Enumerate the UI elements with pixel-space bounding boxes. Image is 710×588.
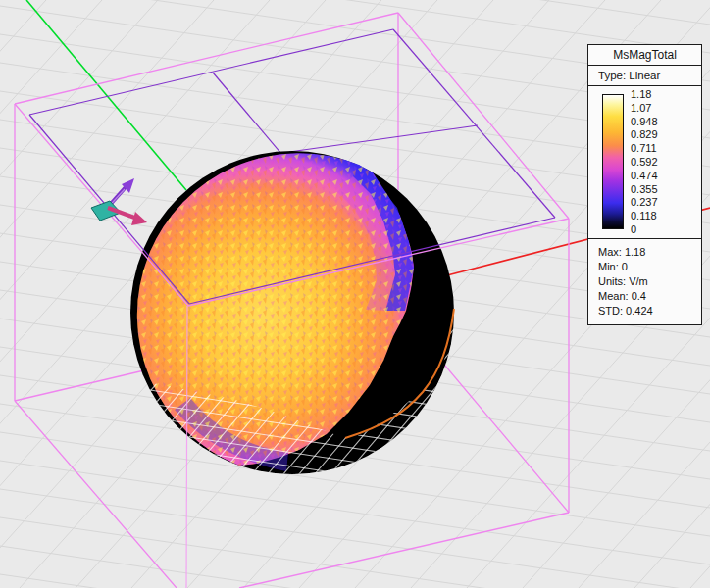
legend-scale-type: Type: Linear bbox=[588, 66, 701, 86]
boundary-midline bbox=[289, 125, 478, 152]
colorbar-label: 0.355 bbox=[631, 183, 658, 195]
colorbar-label: 1.18 bbox=[631, 88, 658, 100]
legend-title: MsMagTotal bbox=[588, 45, 701, 66]
boundary-edge bbox=[29, 29, 393, 115]
box-edge bbox=[15, 13, 398, 104]
colorbar-label: 0.118 bbox=[631, 210, 658, 221]
colorbar-labels: 1.18 1.07 0.948 0.829 0.711 0.592 0.474 … bbox=[631, 88, 658, 235]
colorbar-label: 0.592 bbox=[631, 156, 658, 168]
legend-statistics: Max: 1.18 Min: 0 Units: V/m Mean: 0.4 ST… bbox=[588, 239, 701, 324]
3d-field-viewport[interactable]: MsMagTotal Type: Linear 1.18 1.07 0.948 … bbox=[0, 0, 710, 588]
stat-min: Min: 0 bbox=[598, 260, 701, 274]
colorbar-label: 0.237 bbox=[631, 196, 658, 208]
stat-max: Max: 1.18 bbox=[598, 245, 701, 260]
colorbar-label: 0.829 bbox=[631, 128, 658, 140]
colorbar-label: 1.07 bbox=[631, 102, 658, 114]
box-edge bbox=[398, 13, 569, 219]
legend-color-scale: 1.18 1.07 0.948 0.829 0.711 0.592 0.474 … bbox=[588, 86, 701, 239]
stat-mean: Mean: 0.4 bbox=[598, 289, 701, 304]
colorbar-label: 0.474 bbox=[631, 170, 658, 181]
colorbar bbox=[602, 94, 624, 229]
field-sphere bbox=[0, 151, 569, 588]
stat-std: STD: 0.424 bbox=[598, 304, 701, 318]
colorbar-label: 0 bbox=[631, 223, 658, 235]
colorbar-label: 0.711 bbox=[631, 142, 658, 154]
colorbar-label: 0.948 bbox=[631, 116, 658, 127]
source-arrowhead-magenta bbox=[131, 212, 147, 225]
stat-units: Units: V/m bbox=[598, 274, 701, 289]
field-legend[interactable]: MsMagTotal Type: Linear 1.18 1.07 0.948 … bbox=[587, 44, 702, 325]
